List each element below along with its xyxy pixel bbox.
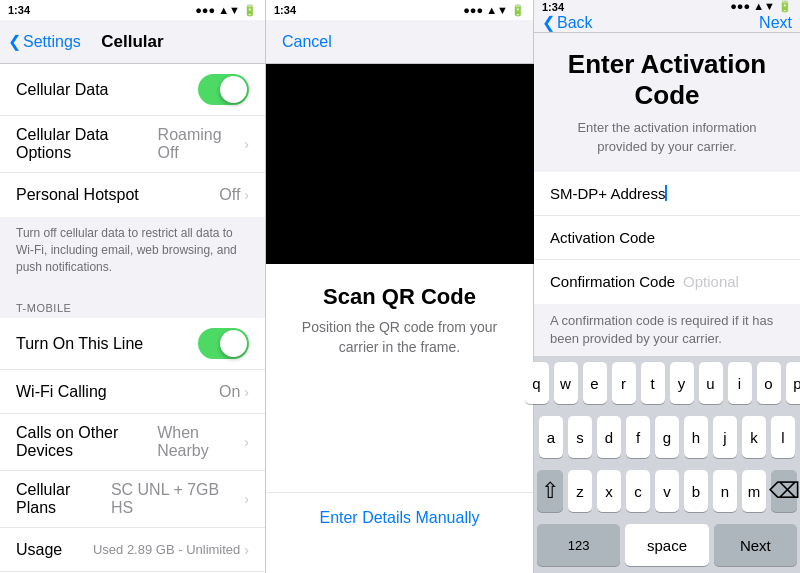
usage-row[interactable]: Usage Used 2.89 GB - Unlimited › (0, 528, 265, 572)
spacer (266, 357, 533, 492)
enter-manually-button[interactable]: Enter Details Manually (266, 492, 533, 543)
key-w[interactable]: w (554, 362, 578, 404)
personal-hotspot-row[interactable]: Personal Hotspot Off › (0, 173, 265, 217)
calls-other-devices-row[interactable]: Calls on Other Devices When Nearby › (0, 414, 265, 471)
status-bar-2: 1:34 ●●● ▲▼ 🔋 (266, 0, 533, 20)
key-h[interactable]: h (684, 416, 708, 458)
cellular-plans-row[interactable]: Cellular Plans SC UNL + 7GB HS › (0, 471, 265, 528)
wifi-calling-value: On › (219, 383, 249, 401)
key-m[interactable]: m (742, 470, 766, 512)
status-icons-2: ●●● ▲▼ 🔋 (463, 4, 525, 17)
settings-list: Cellular Data Cellular Data Options Roam… (0, 64, 265, 573)
keyboard-row-3: ⇧ z x c v b n m ⌫ (534, 464, 800, 518)
chevron-icon-5: › (244, 491, 249, 507)
key-v[interactable]: v (655, 470, 679, 512)
personal-hotspot-label: Personal Hotspot (16, 186, 139, 204)
personal-hotspot-value: Off › (219, 186, 249, 204)
key-y[interactable]: y (670, 362, 694, 404)
text-cursor (665, 185, 667, 201)
key-e[interactable]: e (583, 362, 607, 404)
chevron-icon-3: › (244, 384, 249, 400)
cellular-data-toggle[interactable] (198, 74, 249, 105)
usage-value: Used 2.89 GB - Unlimited › (93, 542, 249, 558)
number-key[interactable]: 123 (537, 524, 620, 566)
cellular-data-options-row[interactable]: Cellular Data Options Roaming Off › (0, 116, 265, 173)
key-n[interactable]: n (713, 470, 737, 512)
chevron-icon: › (244, 136, 249, 152)
keyboard-bottom-row: 123 space Next (534, 518, 800, 573)
shift-key[interactable]: ⇧ (537, 470, 563, 512)
next-button[interactable]: Next (759, 14, 792, 32)
cellular-data-options-value: Roaming Off › (158, 126, 249, 162)
status-icons-3: ●●● ▲▼ 🔋 (730, 0, 792, 13)
key-q[interactable]: q (525, 362, 549, 404)
tmobile-section-header: T-MOBILE (0, 283, 265, 318)
key-s[interactable]: s (568, 416, 592, 458)
delete-key[interactable]: ⌫ (771, 470, 797, 512)
key-a[interactable]: a (539, 416, 563, 458)
key-z[interactable]: z (568, 470, 592, 512)
key-l[interactable]: l (771, 416, 795, 458)
status-bar-1: 1:34 ●●● ▲▼ 🔋 (0, 0, 265, 20)
key-u[interactable]: u (699, 362, 723, 404)
key-r[interactable]: r (612, 362, 636, 404)
keyboard-row-1: q w e r t y u i o p (534, 356, 800, 410)
cellular-plans-label: Cellular Plans (16, 481, 111, 517)
key-x[interactable]: x (597, 470, 621, 512)
calls-other-value: When Nearby › (157, 424, 249, 460)
wifi-calling-row[interactable]: Wi-Fi Calling On › (0, 370, 265, 414)
wifi-calling-label: Wi-Fi Calling (16, 383, 107, 401)
key-t[interactable]: t (641, 362, 665, 404)
key-d[interactable]: d (597, 416, 621, 458)
cellular-data-label: Cellular Data (16, 81, 108, 99)
turn-on-line-row[interactable]: Turn On This Line (0, 318, 265, 370)
keyboard: q w e r t y u i o p a s d f g h j k l ⇧ … (534, 356, 800, 573)
settings-back-label: Settings (23, 33, 81, 51)
chevron-icon-4: › (244, 434, 249, 450)
status-bar-3: 1:34 ●●● ▲▼ 🔋 (534, 0, 800, 13)
cellular-plans-value: SC UNL + 7GB HS › (111, 481, 249, 517)
keyboard-row-2: a s d f g h j k l (534, 410, 800, 464)
time-3: 1:34 (542, 1, 564, 13)
key-k[interactable]: k (742, 416, 766, 458)
optional-label: Optional (683, 273, 739, 290)
cellular-info-text: Turn off cellular data to restrict all d… (0, 217, 265, 283)
key-f[interactable]: f (626, 416, 650, 458)
cellular-data-options-label: Cellular Data Options (16, 126, 158, 162)
tmobile-label: T-MOBILE (16, 302, 71, 314)
activation-code-label: Activation Code (550, 229, 655, 246)
space-key[interactable]: space (625, 524, 708, 566)
chevron-left-icon-3: ❮ (542, 13, 555, 32)
key-p[interactable]: p (786, 362, 801, 404)
nav-bar-2: Cancel (266, 20, 533, 64)
scan-title: Scan QR Code (282, 284, 517, 310)
turn-on-line-toggle[interactable] (198, 328, 249, 359)
settings-back-button[interactable]: ❮ Settings (8, 32, 81, 51)
nav-bar-3: ❮ Back Next (534, 13, 800, 33)
toggle-knob (220, 76, 247, 103)
top-section: Cellular Data Cellular Data Options Roam… (0, 64, 265, 217)
chevron-icon-6: › (244, 542, 249, 558)
calls-other-label: Calls on Other Devices (16, 424, 157, 460)
cancel-button[interactable]: Cancel (282, 33, 332, 51)
smdp-label: SM-DP+ Address (550, 185, 665, 202)
key-j[interactable]: j (713, 416, 737, 458)
turn-on-line-label: Turn On This Line (16, 335, 143, 353)
cellular-data-row[interactable]: Cellular Data (0, 64, 265, 116)
key-g[interactable]: g (655, 416, 679, 458)
keyboard-next-key[interactable]: Next (714, 524, 797, 566)
toggle-knob-2 (220, 330, 247, 357)
time-1: 1:34 (8, 4, 30, 16)
key-c[interactable]: c (626, 470, 650, 512)
smdp-row[interactable]: SM-DP+ Address (534, 172, 800, 216)
key-i[interactable]: i (728, 362, 752, 404)
activation-form: SM-DP+ Address Activation Code Confirmat… (534, 172, 800, 304)
back-button[interactable]: ❮ Back (542, 13, 593, 32)
confirmation-code-row[interactable]: Confirmation Code Optional (534, 260, 800, 304)
key-o[interactable]: o (757, 362, 781, 404)
chevron-icon-2: › (244, 187, 249, 203)
key-b[interactable]: b (684, 470, 708, 512)
status-icons-1: ●●● ▲▼ 🔋 (195, 4, 257, 17)
back-label: Back (557, 14, 593, 32)
activation-code-row[interactable]: Activation Code (534, 216, 800, 260)
